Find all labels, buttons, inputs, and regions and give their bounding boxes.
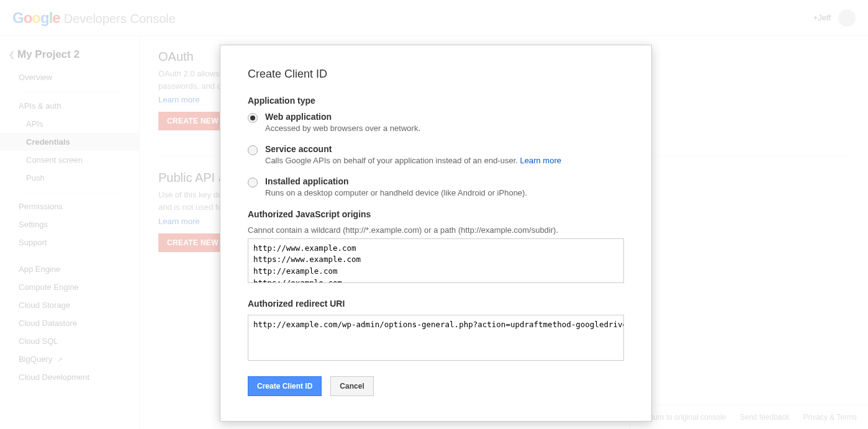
radio-service-account[interactable]: Service account Calls Google APIs on beh…	[248, 144, 624, 166]
radio-service-desc: Calls Google APIs on behalf of your appl…	[265, 155, 624, 166]
redirect-uri-label: Authorized redirect URI	[248, 299, 624, 309]
radio-icon	[248, 113, 258, 123]
js-origins-label: Authorized JavaScript origins	[248, 209, 624, 219]
js-origins-hint: Cannot contain a wildcard (http://*.exam…	[248, 225, 624, 235]
radio-installed-application[interactable]: Installed application Runs on a desktop …	[248, 176, 624, 199]
radio-icon	[248, 145, 258, 155]
create-client-id-dialog: Create Client ID Application type Web ap…	[220, 45, 652, 422]
radio-web-desc: Accessed by web browsers over a network.	[265, 123, 624, 134]
cancel-button[interactable]: Cancel	[330, 376, 373, 396]
radio-icon	[248, 178, 258, 187]
service-learn-more[interactable]: Learn more	[520, 156, 561, 165]
js-origins-input[interactable]	[248, 238, 624, 283]
radio-web-title: Web application	[265, 112, 624, 122]
redirect-uri-input[interactable]	[248, 315, 624, 361]
radio-installed-title: Installed application	[265, 176, 624, 186]
create-client-id-button[interactable]: Create Client ID	[248, 376, 322, 396]
radio-installed-desc: Runs on a desktop computer or handheld d…	[265, 187, 624, 199]
radio-service-title: Service account	[265, 144, 624, 154]
dialog-title: Create Client ID	[248, 68, 624, 81]
application-type-label: Application type	[248, 96, 624, 106]
radio-web-application[interactable]: Web application Accessed by web browsers…	[248, 112, 624, 134]
